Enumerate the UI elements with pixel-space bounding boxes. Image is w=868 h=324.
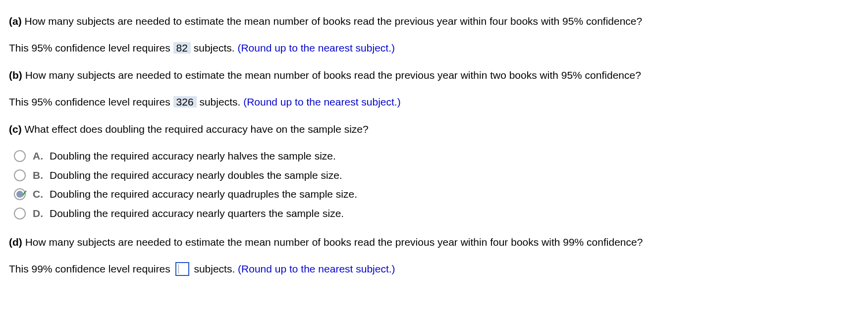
part-b-question: (b) How many subjects are needed to esti… <box>9 68 859 83</box>
option-letter: A. <box>33 149 44 163</box>
option-letter: C. <box>33 187 44 202</box>
part-b-text: How many subjects are needed to estimate… <box>25 69 641 81</box>
part-d-answer: This 99% confidence level requires subje… <box>9 262 859 276</box>
part-a-label: (a) <box>9 15 22 27</box>
option-row-d[interactable]: D.Doubling the required accuracy nearly … <box>14 206 859 221</box>
part-d-suffix: subjects. <box>194 263 235 274</box>
part-d-hint: (Round up to the nearest subject.) <box>238 263 395 274</box>
part-b-answer: This 95% confidence level requires 326 s… <box>9 95 859 109</box>
part-b-value[interactable]: 326 <box>173 96 197 108</box>
part-a-hint: (Round up to the nearest subject.) <box>237 42 395 54</box>
part-c-options: A.Doubling the required accuracy nearly … <box>14 149 859 221</box>
part-d-text: How many subjects are needed to estimate… <box>25 236 643 248</box>
part-b-suffix: subjects. <box>199 96 240 108</box>
part-a-answer: This 95% confidence level requires 82 su… <box>9 41 859 55</box>
option-row-a[interactable]: A.Doubling the required accuracy nearly … <box>14 149 859 163</box>
option-row-c[interactable]: ✓C.Doubling the required accuracy nearly… <box>14 187 859 202</box>
option-letter: D. <box>33 206 44 221</box>
part-a-prefix: This 95% confidence level requires <box>9 42 170 54</box>
part-b-label: (b) <box>9 69 22 81</box>
part-d-input[interactable] <box>175 262 189 276</box>
part-a-text: How many subjects are needed to estimate… <box>25 15 643 27</box>
part-d-label: (d) <box>9 236 22 248</box>
option-row-b[interactable]: B.Doubling the required accuracy nearly … <box>14 168 859 183</box>
part-d-question: (d) How many subjects are needed to esti… <box>9 235 859 250</box>
radio-a[interactable] <box>14 150 26 162</box>
part-d-prefix: This 99% confidence level requires <box>9 263 170 274</box>
option-text: Doubling the required accuracy nearly ha… <box>50 149 336 163</box>
option-letter: B. <box>33 168 44 183</box>
part-c-label: (c) <box>9 123 22 135</box>
checkmark-icon: ✓ <box>20 187 28 201</box>
part-c-question: (c) What effect does doubling the requir… <box>9 122 859 137</box>
radio-c[interactable]: ✓ <box>14 188 26 200</box>
radio-d[interactable] <box>14 208 26 219</box>
option-text: Doubling the required accuracy nearly do… <box>50 168 342 183</box>
part-a-value[interactable]: 82 <box>173 42 191 54</box>
part-a-suffix: subjects. <box>194 42 235 54</box>
part-c-text: What effect does doubling the required a… <box>25 123 369 135</box>
part-a-question: (a) How many subjects are needed to esti… <box>9 14 859 29</box>
part-b-prefix: This 95% confidence level requires <box>9 96 170 108</box>
option-text: Doubling the required accuracy nearly qu… <box>50 187 357 202</box>
option-text: Doubling the required accuracy nearly qu… <box>50 206 344 221</box>
radio-b[interactable] <box>14 169 26 181</box>
part-b-hint: (Round up to the nearest subject.) <box>243 96 401 108</box>
